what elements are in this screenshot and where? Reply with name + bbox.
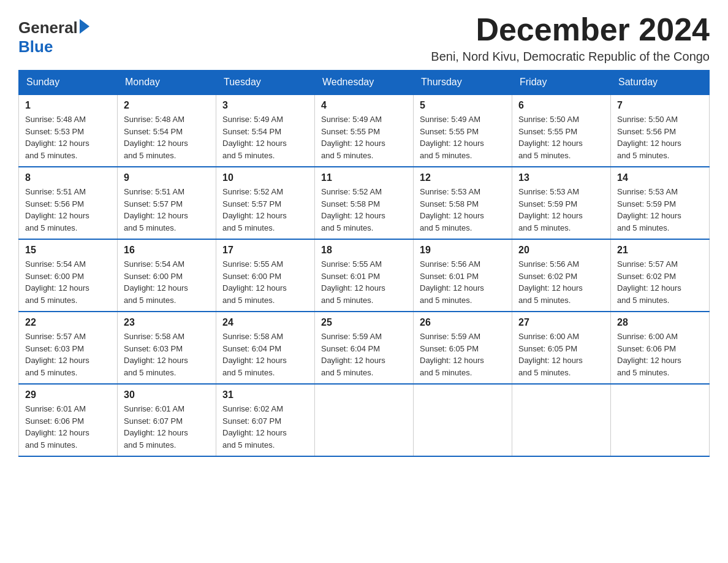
calendar-cell: 7Sunrise: 5:50 AMSunset: 5:56 PMDaylight… [611, 94, 710, 167]
calendar-week-3: 15Sunrise: 5:54 AMSunset: 6:00 PMDayligh… [19, 239, 710, 312]
day-number: 30 [124, 389, 210, 400]
calendar-week-2: 8Sunrise: 5:51 AMSunset: 5:56 PMDaylight… [19, 167, 710, 239]
day-info: Sunrise: 5:56 AMSunset: 6:02 PMDaylight:… [518, 258, 604, 306]
day-info: Sunrise: 5:53 AMSunset: 5:58 PMDaylight:… [420, 186, 506, 234]
day-info: Sunrise: 5:54 AMSunset: 6:00 PMDaylight:… [124, 258, 210, 306]
calendar-week-4: 22Sunrise: 5:57 AMSunset: 6:03 PMDayligh… [19, 312, 710, 384]
calendar-header-row: SundayMondayTuesdayWednesdayThursdayFrid… [19, 71, 710, 95]
calendar-cell [414, 384, 512, 456]
day-info: Sunrise: 6:00 AMSunset: 6:06 PMDaylight:… [617, 331, 703, 378]
day-info: Sunrise: 5:56 AMSunset: 6:01 PMDaylight:… [420, 258, 506, 306]
day-number: 24 [222, 317, 308, 328]
day-info: Sunrise: 5:49 AMSunset: 5:54 PMDaylight:… [222, 113, 308, 161]
day-number: 27 [518, 317, 604, 328]
calendar-cell: 8Sunrise: 5:51 AMSunset: 5:56 PMDaylight… [19, 167, 118, 239]
calendar-cell: 19Sunrise: 5:56 AMSunset: 6:01 PMDayligh… [414, 239, 512, 312]
day-number: 11 [321, 172, 407, 183]
day-info: Sunrise: 5:58 AMSunset: 6:04 PMDaylight:… [222, 331, 308, 378]
day-number: 22 [25, 317, 111, 328]
calendar-cell: 12Sunrise: 5:53 AMSunset: 5:58 PMDayligh… [414, 167, 512, 239]
day-number: 9 [124, 172, 210, 183]
day-info: Sunrise: 5:57 AMSunset: 6:03 PMDaylight:… [25, 331, 111, 378]
calendar-cell [611, 384, 710, 456]
calendar-header-wednesday: Wednesday [315, 71, 414, 95]
calendar-cell: 31Sunrise: 6:02 AMSunset: 6:07 PMDayligh… [216, 384, 315, 456]
calendar-cell: 2Sunrise: 5:48 AMSunset: 5:54 PMDaylight… [118, 94, 216, 167]
day-info: Sunrise: 5:50 AMSunset: 5:55 PMDaylight:… [518, 113, 604, 161]
day-info: Sunrise: 6:02 AMSunset: 6:07 PMDaylight:… [222, 403, 308, 451]
calendar-cell: 26Sunrise: 5:59 AMSunset: 6:05 PMDayligh… [414, 312, 512, 384]
calendar-cell: 1Sunrise: 5:48 AMSunset: 5:53 PMDaylight… [19, 94, 118, 167]
day-info: Sunrise: 5:49 AMSunset: 5:55 PMDaylight:… [420, 113, 506, 161]
calendar-cell: 9Sunrise: 5:51 AMSunset: 5:57 PMDaylight… [118, 167, 216, 239]
day-number: 28 [617, 317, 703, 328]
logo: General Blue [18, 18, 89, 56]
day-number: 26 [420, 317, 506, 328]
day-number: 10 [222, 172, 308, 183]
day-number: 14 [617, 172, 703, 183]
calendar-cell: 4Sunrise: 5:49 AMSunset: 5:55 PMDaylight… [315, 94, 414, 167]
day-info: Sunrise: 5:55 AMSunset: 6:00 PMDaylight:… [222, 258, 308, 306]
day-info: Sunrise: 5:48 AMSunset: 5:54 PMDaylight:… [124, 113, 210, 161]
calendar-cell: 29Sunrise: 6:01 AMSunset: 6:06 PMDayligh… [19, 384, 118, 456]
calendar-cell: 21Sunrise: 5:57 AMSunset: 6:02 PMDayligh… [611, 239, 710, 312]
calendar-cell: 10Sunrise: 5:52 AMSunset: 5:57 PMDayligh… [216, 167, 315, 239]
calendar-header-tuesday: Tuesday [216, 71, 315, 95]
day-number: 19 [420, 245, 506, 256]
day-info: Sunrise: 5:48 AMSunset: 5:53 PMDaylight:… [25, 113, 111, 161]
calendar-header-friday: Friday [512, 71, 611, 95]
calendar-week-1: 1Sunrise: 5:48 AMSunset: 5:53 PMDaylight… [19, 94, 710, 167]
calendar-table: SundayMondayTuesdayWednesdayThursdayFrid… [18, 70, 710, 457]
calendar-cell: 25Sunrise: 5:59 AMSunset: 6:04 PMDayligh… [315, 312, 414, 384]
calendar-cell [315, 384, 414, 456]
day-number: 15 [25, 245, 111, 256]
day-info: Sunrise: 5:51 AMSunset: 5:57 PMDaylight:… [124, 186, 210, 234]
calendar-header-monday: Monday [118, 71, 216, 95]
day-number: 2 [124, 100, 210, 111]
day-number: 23 [124, 317, 210, 328]
day-info: Sunrise: 5:49 AMSunset: 5:55 PMDaylight:… [321, 113, 407, 161]
day-number: 29 [25, 389, 111, 400]
month-title: December 2024 [431, 12, 710, 47]
day-info: Sunrise: 5:53 AMSunset: 5:59 PMDaylight:… [617, 186, 703, 234]
calendar-header-saturday: Saturday [611, 71, 710, 95]
day-info: Sunrise: 6:01 AMSunset: 6:07 PMDaylight:… [124, 403, 210, 451]
day-number: 8 [25, 172, 111, 183]
calendar-cell: 30Sunrise: 6:01 AMSunset: 6:07 PMDayligh… [118, 384, 216, 456]
calendar-cell: 18Sunrise: 5:55 AMSunset: 6:01 PMDayligh… [315, 239, 414, 312]
calendar-cell: 11Sunrise: 5:52 AMSunset: 5:58 PMDayligh… [315, 167, 414, 239]
calendar-cell: 13Sunrise: 5:53 AMSunset: 5:59 PMDayligh… [512, 167, 611, 239]
day-number: 18 [321, 245, 407, 256]
day-info: Sunrise: 6:00 AMSunset: 6:05 PMDaylight:… [518, 331, 604, 378]
day-info: Sunrise: 5:50 AMSunset: 5:56 PMDaylight:… [617, 113, 703, 161]
calendar-cell: 3Sunrise: 5:49 AMSunset: 5:54 PMDaylight… [216, 94, 315, 167]
day-info: Sunrise: 5:55 AMSunset: 6:01 PMDaylight:… [321, 258, 407, 306]
day-info: Sunrise: 5:59 AMSunset: 6:05 PMDaylight:… [420, 331, 506, 378]
day-info: Sunrise: 5:52 AMSunset: 5:57 PMDaylight:… [222, 186, 308, 234]
day-info: Sunrise: 5:51 AMSunset: 5:56 PMDaylight:… [25, 186, 111, 234]
day-info: Sunrise: 5:58 AMSunset: 6:03 PMDaylight:… [124, 331, 210, 378]
calendar-cell: 22Sunrise: 5:57 AMSunset: 6:03 PMDayligh… [19, 312, 118, 384]
calendar-cell [512, 384, 611, 456]
day-number: 12 [420, 172, 506, 183]
calendar-cell: 17Sunrise: 5:55 AMSunset: 6:00 PMDayligh… [216, 239, 315, 312]
calendar-cell: 27Sunrise: 6:00 AMSunset: 6:05 PMDayligh… [512, 312, 611, 384]
calendar-cell: 15Sunrise: 5:54 AMSunset: 6:00 PMDayligh… [19, 239, 118, 312]
calendar-week-5: 29Sunrise: 6:01 AMSunset: 6:06 PMDayligh… [19, 384, 710, 456]
calendar-cell: 20Sunrise: 5:56 AMSunset: 6:02 PMDayligh… [512, 239, 611, 312]
day-number: 16 [124, 245, 210, 256]
calendar-cell: 23Sunrise: 5:58 AMSunset: 6:03 PMDayligh… [118, 312, 216, 384]
title-area: December 2024 Beni, Nord Kivu, Democrati… [431, 12, 710, 64]
day-info: Sunrise: 6:01 AMSunset: 6:06 PMDaylight:… [25, 403, 111, 451]
calendar-cell: 16Sunrise: 5:54 AMSunset: 6:00 PMDayligh… [118, 239, 216, 312]
day-number: 17 [222, 245, 308, 256]
calendar-header-sunday: Sunday [19, 71, 118, 95]
calendar-cell: 24Sunrise: 5:58 AMSunset: 6:04 PMDayligh… [216, 312, 315, 384]
calendar-cell: 6Sunrise: 5:50 AMSunset: 5:55 PMDaylight… [512, 94, 611, 167]
day-number: 20 [518, 245, 604, 256]
day-info: Sunrise: 5:52 AMSunset: 5:58 PMDaylight:… [321, 186, 407, 234]
day-number: 31 [222, 389, 308, 400]
calendar-cell: 5Sunrise: 5:49 AMSunset: 5:55 PMDaylight… [414, 94, 512, 167]
day-number: 21 [617, 245, 703, 256]
day-info: Sunrise: 5:54 AMSunset: 6:00 PMDaylight:… [25, 258, 111, 306]
